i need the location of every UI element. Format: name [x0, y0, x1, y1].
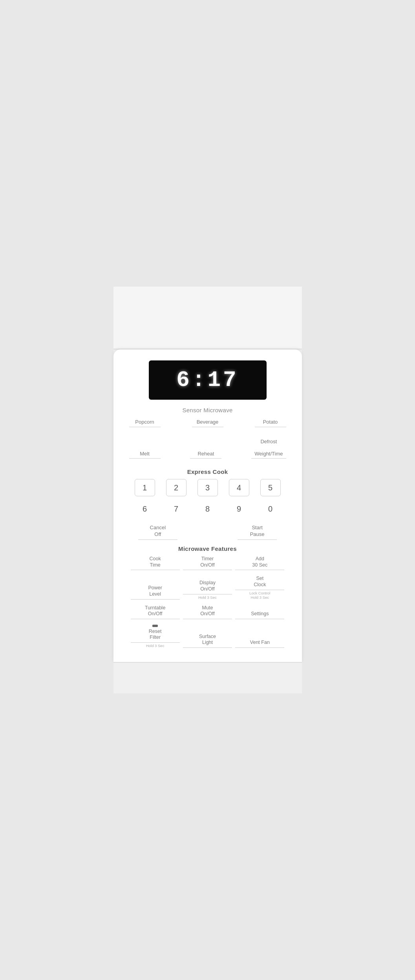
sensor-row-1: Popcorn Beverage Potato: [129, 417, 286, 428]
divider-1: [129, 433, 286, 434]
filter-indicator: [152, 625, 158, 627]
num-4-button[interactable]: 4: [229, 479, 249, 496]
reset-filter-button[interactable]: ResetFilter Hold 3 Sec: [129, 625, 181, 648]
num-9-button[interactable]: 9: [229, 500, 249, 517]
vent-fan-button[interactable]: Vent Fan: [234, 625, 286, 648]
set-clock-button[interactable]: SetClock Lock ControlHold 3 Sec: [234, 576, 286, 599]
features-grid: CookTime TimerOn/Off Add30 Sec PowerLeve…: [129, 556, 286, 648]
num-8-button[interactable]: 8: [197, 500, 218, 517]
num-5-button[interactable]: 5: [260, 479, 281, 496]
features-label: Microwave Features: [178, 545, 237, 552]
express-section: Express Cook 1 2 3 4 5 6 7 8 9 0: [129, 468, 286, 521]
power-level-button[interactable]: PowerLevel: [129, 576, 181, 599]
add-30sec-button[interactable]: Add30 Sec: [234, 556, 286, 570]
divider-2: [129, 465, 286, 465]
number-row-1: 1 2 3 4 5: [129, 479, 286, 496]
beverage-button[interactable]: Beverage: [192, 417, 223, 427]
start-pause-button[interactable]: Start Pause: [238, 525, 277, 540]
melt-button[interactable]: Melt: [129, 437, 161, 459]
sensor-section-label: Sensor Microwave: [182, 407, 232, 413]
popcorn-button[interactable]: Popcorn: [129, 417, 161, 427]
express-label: Express Cook: [187, 468, 228, 475]
number-row-2: 6 7 8 9 0: [129, 500, 286, 517]
num-0-button[interactable]: 0: [260, 500, 281, 517]
appliance-outer: 6:17 Sensor Microwave Popcorn Beverage P…: [113, 287, 302, 693]
cancel-off-button[interactable]: Cancel Off: [138, 525, 177, 540]
reheat-button[interactable]: Reheat: [190, 437, 221, 459]
turntable-button[interactable]: TurntableOn/Off: [129, 605, 181, 619]
display-button[interactable]: DisplayOn/Off Hold 3 Sec: [181, 576, 234, 599]
settings-button[interactable]: Settings: [234, 605, 286, 619]
potato-button[interactable]: Potato: [255, 417, 286, 427]
cancel-start-row: Cancel Off Start Pause: [129, 525, 286, 540]
num-3-button[interactable]: 3: [197, 479, 218, 496]
display-time: 6:17: [176, 368, 238, 393]
surface-light-button[interactable]: SurfaceLight: [181, 625, 234, 648]
top-panel: [113, 287, 302, 349]
mute-button[interactable]: MuteOn/Off: [181, 605, 234, 619]
spacer: [196, 525, 219, 540]
cook-time-button[interactable]: CookTime: [129, 556, 181, 570]
num-6-button[interactable]: 6: [135, 500, 155, 517]
num-2-button[interactable]: 2: [166, 479, 186, 496]
features-section: Microwave Features CookTime TimerOn/Off …: [129, 545, 286, 648]
display-screen: 6:17: [149, 360, 267, 400]
sensor-row-2: Melt Reheat Defrost Weight/Time: [129, 437, 286, 460]
num-7-button[interactable]: 7: [166, 500, 186, 517]
control-panel: 6:17 Sensor Microwave Popcorn Beverage P…: [113, 349, 302, 662]
defrost-button[interactable]: Defrost Weight/Time: [251, 437, 286, 459]
bottom-panel: [113, 662, 302, 693]
timer-button[interactable]: TimerOn/Off: [181, 556, 234, 570]
num-1-button[interactable]: 1: [135, 479, 155, 496]
